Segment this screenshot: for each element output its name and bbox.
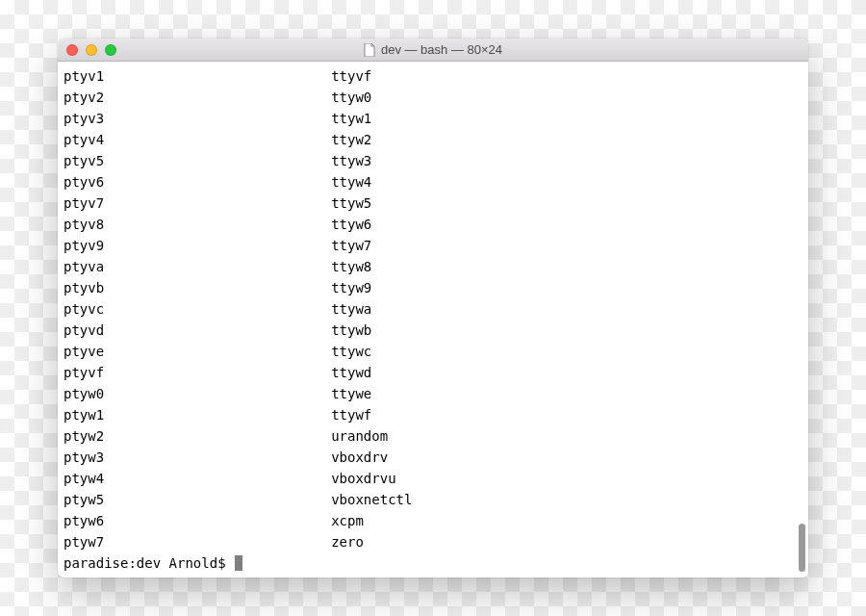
- listing-cell: ttyw2: [331, 129, 371, 150]
- listing-cell: ptyve: [64, 341, 331, 362]
- listing-cell: ttywd: [331, 362, 371, 383]
- cursor: [235, 555, 242, 571]
- listing-cell: vboxdrvu: [331, 468, 395, 489]
- listing-cell: ttywe: [331, 383, 371, 404]
- listing-cell: ptyv2: [64, 87, 331, 108]
- file-listing: ptyv1ttyvfptyv2ttyw0ptyv3ttyw1ptyv4ttyw2…: [64, 62, 802, 552]
- listing-cell: ptyv5: [64, 150, 331, 171]
- listing-cell: ptyv3: [64, 108, 331, 129]
- prompt-text: paradise:dev Arnold$: [64, 552, 234, 574]
- listing-cell: ttyw8: [331, 256, 371, 277]
- listing-cell: ttyw4: [331, 171, 371, 192]
- title-wrap: dev — bash — 80×24: [58, 42, 808, 57]
- listing-cell: xcpm: [331, 510, 364, 531]
- listing-row: ptyvattyw8: [64, 256, 802, 277]
- listing-cell: ttyvf: [331, 65, 371, 87]
- listing-row: ptyvbttyw9: [64, 277, 802, 298]
- listing-row: ptyvfttywd: [64, 362, 802, 383]
- listing-row: ptyw0ttywe: [64, 383, 802, 404]
- prompt-line[interactable]: paradise:dev Arnold$: [64, 552, 802, 574]
- listing-cell: urandom: [331, 425, 388, 447]
- listing-row: ptyv3ttyw1: [64, 108, 802, 129]
- listing-cell: zero: [331, 531, 364, 552]
- maximize-button[interactable]: [105, 44, 116, 56]
- listing-cell: ttyw9: [331, 277, 371, 298]
- listing-cell: ptyv6: [64, 171, 331, 192]
- traffic-lights: [58, 44, 116, 56]
- terminal-window: dev — bash — 80×24 ptyv1ttyvfptyv2ttyw0p…: [58, 38, 808, 578]
- listing-row: ptyv7ttyw5: [64, 192, 802, 214]
- listing-cell: vboxdrv: [331, 447, 388, 468]
- listing-row: ptyw6xcpm: [64, 510, 802, 531]
- listing-cell: ttywc: [331, 341, 371, 362]
- listing-cell: ptyw1: [64, 404, 331, 425]
- listing-row: ptyv1ttyvf: [64, 65, 802, 87]
- listing-row: ptyv2ttyw0: [64, 87, 802, 108]
- listing-cell: ptyw5: [64, 489, 331, 510]
- scrollbar-thumb[interactable]: [799, 524, 805, 572]
- listing-cell: ttyw6: [331, 214, 371, 235]
- listing-cell: ttywb: [331, 320, 371, 341]
- listing-cell: ptyv4: [64, 129, 331, 150]
- window-title: dev — bash — 80×24: [381, 42, 502, 57]
- listing-row: ptyw7zero: [64, 531, 802, 552]
- document-icon: [364, 43, 375, 57]
- listing-cell: ptyw4: [64, 468, 331, 489]
- listing-cell: ttyw5: [331, 192, 371, 214]
- listing-cell: ptyv7: [64, 192, 331, 214]
- listing-cell: ptyw3: [64, 447, 331, 468]
- listing-cell: ttyw1: [331, 108, 371, 129]
- listing-cell: ptyv8: [64, 214, 331, 235]
- titlebar[interactable]: dev — bash — 80×24: [58, 38, 808, 62]
- listing-row: ptyw1ttywf: [64, 404, 802, 425]
- listing-row: ptyw4vboxdrvu: [64, 468, 802, 489]
- listing-cell: ptyw6: [64, 510, 331, 531]
- listing-cell: ptyva: [64, 256, 331, 277]
- listing-row: ptyvcttywa: [64, 298, 802, 320]
- listing-cell: ttyw3: [331, 150, 371, 171]
- close-button[interactable]: [66, 44, 78, 56]
- listing-row: ptyw5vboxnetctl: [64, 489, 802, 510]
- listing-cell: ttywf: [331, 404, 371, 425]
- listing-cell: ttyw0: [331, 87, 371, 108]
- listing-cell: ptyv9: [64, 235, 331, 256]
- listing-row: ptyv5ttyw3: [64, 150, 802, 171]
- listing-row: ptyw3vboxdrv: [64, 447, 802, 468]
- listing-row: ptyv6ttyw4: [64, 171, 802, 192]
- terminal-body[interactable]: ptyv1ttyvfptyv2ttyw0ptyv3ttyw1ptyv4ttyw2…: [58, 62, 808, 578]
- listing-cell: ptyw0: [64, 383, 331, 404]
- listing-row: ptyvettywc: [64, 341, 802, 362]
- listing-cell: ttyw7: [331, 235, 371, 256]
- listing-cell: ptyvf: [64, 362, 331, 383]
- listing-cell: ttywa: [331, 298, 371, 320]
- listing-cell: vboxnetctl: [331, 489, 412, 510]
- listing-row: ptyw2urandom: [64, 425, 802, 447]
- listing-cell: ptyw7: [64, 531, 331, 552]
- listing-row: ptyv8ttyw6: [64, 214, 802, 235]
- listing-cell: ptyvb: [64, 277, 331, 298]
- listing-row: ptyv9ttyw7: [64, 235, 802, 256]
- listing-row: ptyvdttywb: [64, 320, 802, 341]
- listing-cell: ptyvc: [64, 298, 331, 320]
- listing-cell: ptyw2: [64, 425, 331, 447]
- listing-cell: ptyv1: [64, 65, 331, 87]
- minimize-button[interactable]: [86, 44, 97, 56]
- listing-row: ptyv4ttyw2: [64, 129, 802, 150]
- listing-cell: ptyvd: [64, 320, 331, 341]
